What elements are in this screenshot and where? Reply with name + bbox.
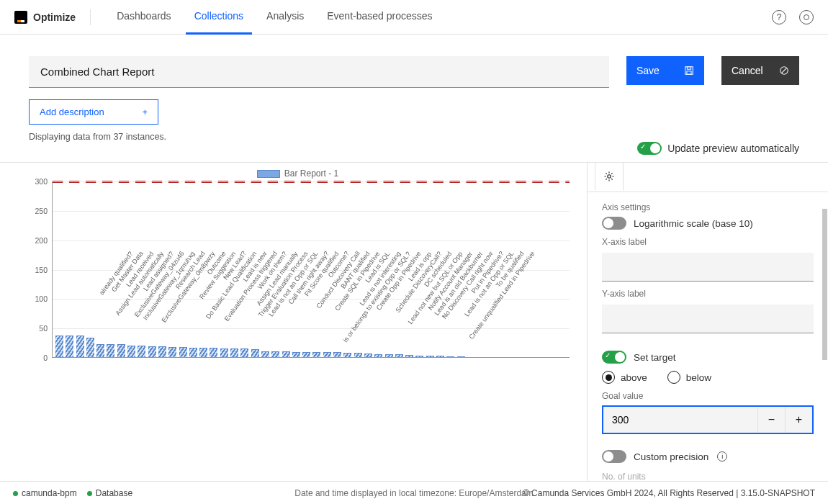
settings-tab[interactable] (595, 162, 624, 191)
user-icon[interactable] (799, 10, 814, 24)
status-dot-icon (87, 491, 92, 496)
save-icon (684, 66, 694, 76)
auto-update-row: Update preview automatically (0, 142, 828, 162)
target-above-radio[interactable]: above (602, 371, 647, 384)
status-dot-icon (13, 491, 18, 496)
y-tick: 200 (35, 236, 48, 245)
target-below-radio[interactable]: below (667, 371, 711, 384)
save-button-label: Save (636, 65, 660, 76)
timezone-note: Date and time displayed in local timezon… (294, 488, 534, 498)
nav-analysis[interactable]: Analysis (258, 0, 312, 35)
goal-increment-button[interactable]: + (785, 407, 812, 433)
combined-bar-chart: 050100150200250300 already qualified?Get… (23, 181, 572, 358)
plus-icon: + (142, 107, 148, 117)
y-tick: 150 (35, 266, 48, 274)
y-tick: 50 (39, 324, 48, 333)
database-status: Database (87, 488, 132, 498)
log-scale-toggle[interactable] (602, 217, 626, 230)
nav-dashboards[interactable]: Dashboards (108, 0, 180, 35)
x-axis-label-caption: X-axis label (602, 237, 814, 247)
y-tick: 0 (43, 354, 48, 362)
set-target-toggle[interactable] (602, 351, 626, 364)
app-footer: camunda-bpm Database Date and time displ… (0, 481, 828, 504)
report-toolbar: Add description + Displaying data from 3… (0, 35, 828, 142)
info-icon[interactable]: i (717, 451, 727, 462)
nav-event-based-processes[interactable]: Event-based processes (318, 0, 441, 35)
svg-line-4 (782, 68, 787, 73)
goal-value-input[interactable] (603, 407, 757, 433)
cancel-icon (779, 66, 789, 76)
axis-settings-heading: Axis settings (602, 202, 814, 212)
above-label: above (621, 372, 647, 383)
app-header: Optimize DashboardsCollectionsAnalysisEv… (0, 0, 828, 35)
log-scale-label: Logarithmic scale (base 10) (634, 218, 753, 229)
legend-swatch (257, 170, 280, 178)
instances-note: Displaying data from 37 instances. (29, 132, 609, 142)
svg-point-6 (608, 175, 611, 178)
axis-settings-panel: Axis settings Logarithmic scale (base 10… (587, 163, 828, 504)
camunda-logo-icon (14, 11, 27, 24)
copyright: © Camunda Services GmbH 2024, All Rights… (523, 488, 815, 498)
below-label: below (686, 372, 711, 383)
y-axis-label-input[interactable] (602, 305, 814, 333)
add-description-label: Add description (40, 107, 104, 117)
add-description-button[interactable]: Add description + (29, 99, 158, 125)
auto-update-label: Update preview automatically (667, 143, 799, 154)
y-tick: 250 (35, 207, 48, 215)
save-button[interactable]: Save (626, 56, 704, 85)
app-name: Optimize (33, 12, 76, 23)
chart-legend: Bar Report - 1 (23, 168, 572, 179)
nav-collections[interactable]: Collections (186, 0, 252, 35)
goal-value-stepper: − + (602, 405, 814, 434)
y-tick: 300 (35, 177, 48, 186)
goal-value-caption: Goal value (602, 391, 814, 401)
cancel-button[interactable]: Cancel (721, 56, 799, 85)
y-tick: 100 (35, 294, 48, 303)
svg-rect-1 (687, 67, 690, 70)
help-icon[interactable]: ? (772, 10, 786, 24)
y-axis-label-caption: Y-axis label (602, 289, 814, 299)
svg-rect-0 (685, 67, 693, 75)
units-caption-cutoff: No. of units (602, 472, 814, 482)
cancel-button-label: Cancel (732, 65, 763, 76)
auto-update-toggle[interactable] (637, 142, 662, 155)
goal-decrement-button[interactable]: − (757, 407, 785, 433)
svg-rect-2 (687, 71, 691, 74)
custom-precision-label: Custom precision (634, 451, 708, 462)
report-title-input[interactable] (29, 56, 609, 88)
legend-label: Bar Report - 1 (284, 168, 338, 179)
main-nav: DashboardsCollectionsAnalysisEvent-based… (108, 0, 441, 35)
scrollbar-thumb[interactable] (822, 209, 827, 360)
gear-icon (603, 171, 615, 182)
x-axis-label-input[interactable] (602, 253, 814, 282)
engine-status: camunda-bpm (13, 488, 77, 498)
custom-precision-toggle[interactable] (602, 450, 626, 463)
app-logo: Optimize (14, 9, 91, 25)
set-target-label: Set target (634, 352, 676, 363)
